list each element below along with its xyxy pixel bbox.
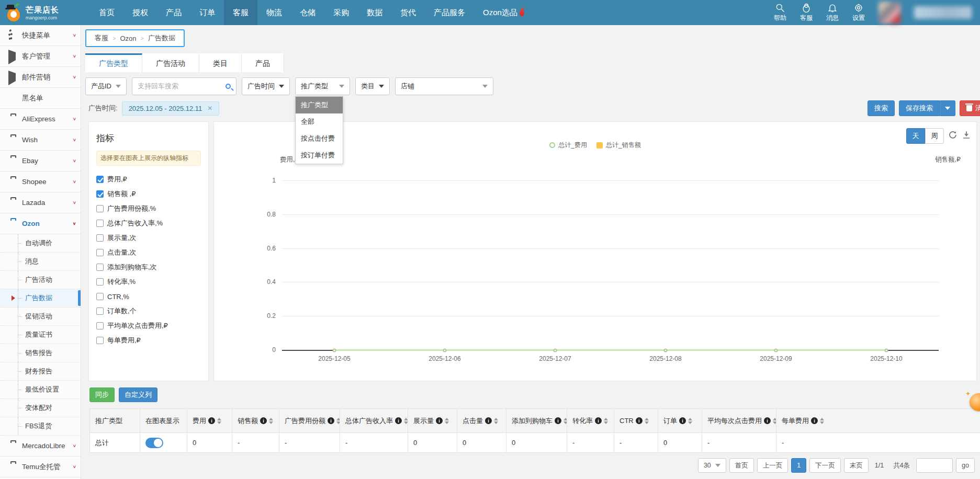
sidebar-item-AliExpress[interactable]: AliExpress∨ bbox=[0, 109, 81, 130]
sidebar-subitem-财务报告[interactable]: 财务报告 bbox=[0, 362, 81, 381]
metric-checkbox-CTR,%[interactable]: CTR,% bbox=[96, 289, 201, 304]
tab-类目[interactable]: 类目 bbox=[199, 53, 242, 72]
sidebar-subitem-自动调价[interactable]: 自动调价 bbox=[0, 234, 81, 253]
settings-button[interactable]: 设置 bbox=[852, 3, 865, 22]
floating-mascot-icon[interactable]: ✦ bbox=[965, 390, 980, 411]
nav-item-Ozon选品[interactable]: Ozon选品 bbox=[474, 0, 533, 25]
metric-checkbox-展示量,次[interactable]: 展示量,次 bbox=[96, 231, 201, 245]
sidebar-subitem-广告数据[interactable]: 广告数据 bbox=[0, 289, 81, 307]
sidebar-subitem-广告活动[interactable]: 广告活动 bbox=[0, 271, 81, 289]
category-select[interactable]: 类目 bbox=[355, 77, 390, 95]
nav-item-产品服务[interactable]: 产品服务 bbox=[425, 0, 474, 25]
checkbox-icon[interactable] bbox=[96, 220, 104, 227]
nav-item-采购[interactable]: 采购 bbox=[324, 0, 358, 25]
metric-checkbox-费用,₽[interactable]: 费用,₽ bbox=[96, 172, 201, 187]
search-input[interactable]: 支持回车搜索 bbox=[132, 77, 236, 95]
promo-type-select[interactable]: 推广类型 bbox=[295, 77, 350, 95]
checkbox-icon[interactable] bbox=[96, 205, 104, 212]
search-icon[interactable] bbox=[226, 84, 231, 89]
checkbox-icon[interactable] bbox=[96, 293, 104, 300]
checkbox-checked-icon[interactable] bbox=[96, 176, 104, 183]
go-button[interactable]: go bbox=[956, 458, 975, 473]
data-point-2025-12-06[interactable] bbox=[443, 348, 447, 352]
save-search-button[interactable]: 保存搜索 bbox=[899, 100, 940, 116]
promo-option-推广类型[interactable]: 推广类型 bbox=[296, 97, 343, 113]
data-point-2025-12-07[interactable] bbox=[554, 348, 557, 352]
current-page-button[interactable]: 1 bbox=[791, 458, 806, 473]
prev-page-button[interactable]: 上一页 bbox=[757, 458, 788, 473]
ad-time-filter-button[interactable]: 广告时间 bbox=[242, 77, 290, 95]
legend-item-总计_销售额[interactable]: 总计_销售额 bbox=[596, 141, 641, 150]
goto-page-input[interactable] bbox=[916, 458, 953, 473]
sync-button[interactable]: 同步 bbox=[89, 387, 115, 402]
nav-item-物流[interactable]: 物流 bbox=[257, 0, 291, 25]
breadcrumb-item-客服[interactable]: 客服 bbox=[95, 33, 108, 43]
sidebar-item-Ebay[interactable]: Ebay∨ bbox=[0, 151, 81, 172]
sidebar-subitem-最低价设置[interactable]: 最低价设置 bbox=[0, 381, 81, 399]
remove-date-filter-icon[interactable]: ✕ bbox=[207, 105, 212, 112]
sidebar-item-Wish[interactable]: Wish∨ bbox=[0, 130, 81, 151]
sidebar-subitem-变体配对[interactable]: 变体配对 bbox=[0, 399, 81, 417]
sidebar-subitem-FBS退货[interactable]: FBS退货 bbox=[0, 417, 81, 436]
sidebar-item-快捷菜单[interactable]: 快捷菜单∨ bbox=[0, 25, 81, 46]
sidebar-subitem-销售报告[interactable]: 销售报告 bbox=[0, 344, 81, 362]
metric-checkbox-平均单次点击费用,₽[interactable]: 平均单次点击费用,₽ bbox=[96, 318, 201, 333]
nav-item-订单[interactable]: 订单 bbox=[190, 0, 224, 25]
nav-item-产品[interactable]: 产品 bbox=[157, 0, 190, 25]
sort-arrows-icon[interactable] bbox=[820, 418, 824, 424]
clear-button[interactable]: 清空 bbox=[960, 100, 980, 116]
customize-columns-button[interactable]: 自定义列 bbox=[119, 387, 157, 402]
customer-service-button[interactable]: 客服 bbox=[800, 3, 813, 22]
promo-option-全部[interactable]: 全部 bbox=[296, 113, 343, 130]
sort-arrows-icon[interactable] bbox=[217, 418, 221, 424]
data-point-2025-12-05[interactable] bbox=[333, 348, 336, 352]
app-logo[interactable]: 芒果店长 mangoerp.com bbox=[0, 0, 83, 25]
checkbox-icon[interactable] bbox=[96, 307, 104, 315]
metric-checkbox-转化率,%[interactable]: 转化率,% bbox=[96, 275, 201, 289]
promo-option-按点击付费[interactable]: 按点击付费 bbox=[296, 130, 343, 147]
metric-checkbox-订单数,个[interactable]: 订单数,个 bbox=[96, 304, 201, 318]
sort-arrows-icon[interactable] bbox=[773, 418, 776, 424]
nav-item-仓储[interactable]: 仓储 bbox=[291, 0, 324, 25]
sidebar-item-Ozon[interactable]: Ozon∨ bbox=[0, 213, 81, 234]
checkbox-icon[interactable] bbox=[96, 234, 104, 242]
sort-arrows-icon[interactable] bbox=[688, 418, 692, 424]
help-button[interactable]: 帮助 bbox=[774, 3, 786, 22]
data-point-2025-12-10[interactable] bbox=[885, 348, 888, 352]
user-avatar[interactable] bbox=[878, 2, 900, 24]
breadcrumb-item-广告数据[interactable]: 广告数据 bbox=[148, 33, 175, 43]
sort-arrows-icon[interactable] bbox=[269, 418, 273, 424]
nav-item-客服[interactable]: 客服 bbox=[224, 0, 257, 25]
page-size-select[interactable]: 30 bbox=[698, 458, 726, 473]
sort-arrows-icon[interactable] bbox=[336, 418, 340, 424]
metric-checkbox-广告费用份额,%[interactable]: 广告费用份额,% bbox=[96, 201, 201, 216]
tab-广告类型[interactable]: 广告类型 bbox=[85, 53, 142, 72]
metric-checkbox-总体广告收入率,%[interactable]: 总体广告收入率,% bbox=[96, 216, 201, 231]
sidebar-item-客户管理[interactable]: 客户管理∨ bbox=[0, 46, 81, 67]
checkbox-checked-icon[interactable] bbox=[96, 190, 104, 198]
breadcrumb-item-Ozon[interactable]: Ozon bbox=[120, 35, 136, 42]
sort-arrows-icon[interactable] bbox=[404, 418, 408, 424]
data-point-2025-12-09[interactable] bbox=[774, 348, 778, 352]
checkbox-icon[interactable] bbox=[96, 337, 104, 344]
data-point-2025-12-08[interactable] bbox=[664, 348, 668, 352]
sort-arrows-icon[interactable] bbox=[445, 418, 449, 424]
sort-arrows-icon[interactable] bbox=[645, 418, 649, 424]
checkbox-icon[interactable] bbox=[96, 264, 104, 271]
sidebar-subitem-质量证书[interactable]: 质量证书 bbox=[0, 326, 81, 344]
metric-checkbox-点击量,次[interactable]: 点击量,次 bbox=[96, 245, 201, 260]
first-page-button[interactable]: 首页 bbox=[729, 458, 754, 473]
legend-item-总计_费用[interactable]: 总计_费用 bbox=[549, 141, 587, 150]
sidebar-item-Shopee[interactable]: Shopee∨ bbox=[0, 172, 81, 192]
search-button[interactable]: 搜索 bbox=[868, 100, 895, 116]
checkbox-icon[interactable] bbox=[96, 249, 104, 256]
tab-产品[interactable]: 产品 bbox=[242, 53, 284, 72]
sidebar-item-邮件营销[interactable]: 邮件营销∨ bbox=[0, 67, 81, 88]
save-search-dropdown-button[interactable] bbox=[940, 100, 955, 116]
sort-arrows-icon[interactable] bbox=[604, 418, 608, 424]
sidebar-item-Lazada[interactable]: Lazada∨ bbox=[0, 192, 81, 213]
promo-option-按订单付费[interactable]: 按订单付费 bbox=[296, 147, 343, 164]
nav-item-货代[interactable]: 货代 bbox=[391, 0, 425, 25]
checkbox-icon[interactable] bbox=[96, 278, 104, 286]
nav-item-首页[interactable]: 首页 bbox=[90, 0, 123, 25]
